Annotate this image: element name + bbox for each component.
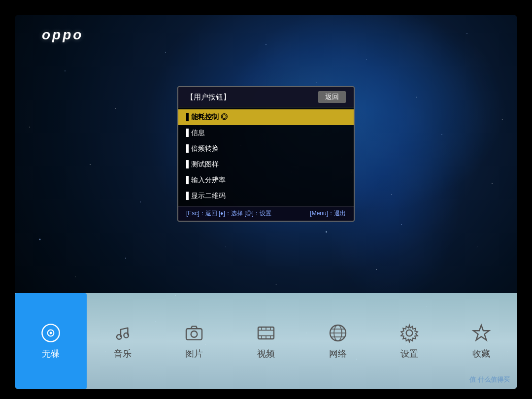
menu-item-freq-convert[interactable]: ▌倍频转换 <box>178 141 354 157</box>
nav-label-settings: 设置 <box>400 348 418 360</box>
bottom-nav-bar: 无碟 音乐 图片 视频 <box>15 293 517 389</box>
footer-hint-left: [Esc]：返回 [♦]：选择 [◎]：设置 <box>186 209 271 218</box>
menu-item-test-pattern[interactable]: ▌测试图样 <box>178 157 354 172</box>
dialog-back-button[interactable]: 返回 <box>318 91 346 103</box>
nav-item-no-disc[interactable]: 无碟 <box>15 293 87 389</box>
svg-rect-5 <box>186 329 202 339</box>
film-icon <box>256 323 276 343</box>
nav-item-photo[interactable]: 图片 <box>158 293 230 389</box>
svg-point-6 <box>191 331 198 337</box>
nav-item-video[interactable]: 视频 <box>230 293 302 389</box>
star-icon <box>471 323 491 343</box>
menu-item-show-qr[interactable]: ▌显示二维码 <box>178 188 354 204</box>
nav-label-network: 网络 <box>329 348 347 360</box>
dialog-menu: ▌能耗控制 ◎▌信息▌倍频转换▌测试图样▌输入分辨率▌显示二维码 <box>178 107 354 206</box>
user-button-dialog: 【用户按钮】 返回 ▌能耗控制 ◎▌信息▌倍频转换▌测试图样▌输入分辨率▌显示二… <box>177 86 355 222</box>
nav-item-favorites[interactable]: 收藏 <box>445 293 517 389</box>
menu-item-info[interactable]: ▌信息 <box>178 125 354 141</box>
menu-item-power-control[interactable]: ▌能耗控制 ◎ <box>178 109 354 125</box>
nav-item-network[interactable]: 网络 <box>302 293 374 389</box>
music-icon <box>113 323 133 343</box>
watermark: 值 什么值得买 <box>469 375 510 384</box>
menu-item-input-res[interactable]: ▌输入分辨率 <box>178 172 354 188</box>
nav-item-settings[interactable]: 设置 <box>374 293 446 389</box>
dialog-title: 【用户按钮】 <box>186 93 231 102</box>
gear-icon <box>399 323 419 343</box>
camera-icon <box>184 323 204 343</box>
dialog-footer: [Esc]：返回 [♦]：选择 [◎]：设置 [Menu]：退出 <box>178 206 354 221</box>
nav-label-favorites: 收藏 <box>472 348 490 360</box>
globe-icon <box>328 323 348 343</box>
nav-label-no-disc: 无碟 <box>42 348 60 360</box>
disc-icon <box>41 323 61 343</box>
nav-item-music[interactable]: 音乐 <box>87 293 159 389</box>
nav-label-photo: 图片 <box>185 348 203 360</box>
nav-label-music: 音乐 <box>114 348 132 360</box>
dialog-header: 【用户按钮】 返回 <box>178 87 354 107</box>
svg-point-2 <box>49 332 52 334</box>
svg-point-21 <box>406 330 413 336</box>
footer-hint-right: [Menu]：退出 <box>310 209 346 218</box>
dialog-overlay: 【用户按钮】 返回 ▌能耗控制 ◎▌信息▌倍频转换▌测试图样▌输入分辨率▌显示二… <box>15 15 517 293</box>
nav-label-video: 视频 <box>257 348 275 360</box>
